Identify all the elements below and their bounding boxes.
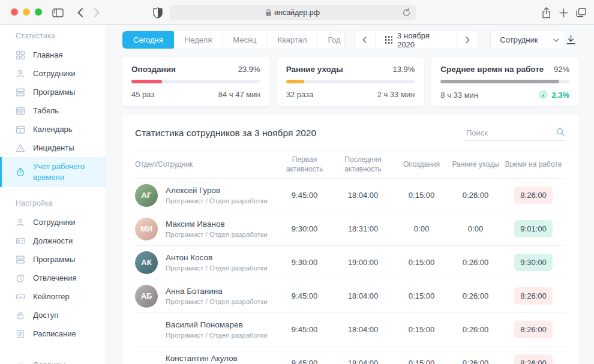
- main-content: Сегодня Неделя Месяц Квартал Год: [106, 25, 594, 364]
- minimize-window-button[interactable]: [23, 8, 30, 16]
- download-icon[interactable]: [565, 34, 577, 46]
- table-row[interactable]: АБ Анна Ботанина Програмист / Отдел разр…: [135, 279, 566, 313]
- table-icon: [16, 106, 25, 116]
- sidebar-item-sotrudniki-settings[interactable]: Сотрудники: [0, 213, 106, 231]
- sidebar-item-keylogger[interactable]: Кейлоггер: [0, 287, 106, 306]
- sidebar-item-label: Инциденты: [33, 143, 74, 152]
- employee-name: Василий Пономарев: [166, 320, 268, 329]
- late-time: 0:15:00: [393, 191, 450, 200]
- sidebar-item-label: Сотрудники: [33, 69, 75, 78]
- sidebar-item-glavnaya[interactable]: Главная: [0, 46, 106, 64]
- progress-track: [440, 80, 569, 83]
- table-row[interactable]: АГ Алексей Гуров Програмист / Отдел разр…: [135, 179, 566, 212]
- sidebar-item-label: Доступ: [33, 311, 58, 320]
- id-card-icon: [16, 236, 25, 246]
- prev-date-button[interactable]: [355, 31, 375, 49]
- close-window-button[interactable]: [11, 8, 18, 16]
- sidebar-item-kalendar[interactable]: Календарь: [0, 120, 106, 139]
- employee-filter-label[interactable]: Сотрудник: [491, 31, 547, 49]
- date-picker[interactable]: 3 ноября 2020: [375, 31, 458, 49]
- card-duration: 2 ч 33 мин: [377, 90, 415, 99]
- sidebar-item-intsidenty[interactable]: Инциденты: [0, 139, 106, 157]
- trend-value: 2.3%: [551, 91, 569, 100]
- first-activity: 9:30:00: [276, 258, 333, 267]
- sidebar-toggle-icon[interactable]: [51, 6, 64, 19]
- sidebar-item-dostup[interactable]: Доступ: [0, 306, 106, 324]
- forward-icon[interactable]: [90, 6, 103, 19]
- tab-mesyats[interactable]: Месяц: [222, 31, 266, 49]
- employees-table-card: Статистика сотрудников за 3 ноября 2020 …: [122, 114, 579, 364]
- table-row[interactable]: АК Антон Косов Програмист / Отдел разраб…: [135, 246, 566, 279]
- table-title: Статистика сотрудников за 3 ноября 2020: [135, 128, 316, 139]
- employee-name: Максим Иванов: [166, 219, 268, 228]
- table-row[interactable]: ВП Василий Пономарев Програмист / Отдел …: [135, 313, 566, 347]
- first-activity: 9:45:00: [276, 359, 333, 364]
- sidebar-item-label: Сервисы: [33, 360, 65, 364]
- employee-role: Програмист / Отдел разработки: [166, 264, 268, 272]
- stopwatch-icon: [16, 167, 25, 177]
- work-time-badge: 8:26:00: [514, 321, 553, 338]
- next-date-button[interactable]: [457, 31, 478, 49]
- chevron-down-icon[interactable]: [547, 31, 565, 49]
- early-leave-time: 0:26:00: [450, 325, 501, 334]
- zoom-window-button[interactable]: [35, 8, 42, 16]
- tab-nedelya[interactable]: Неделя: [174, 31, 222, 49]
- sidebar-item-label: Сотрудники: [33, 218, 75, 227]
- address-bar[interactable]: инсайдер.рф: [170, 5, 416, 20]
- new-tab-icon[interactable]: [557, 6, 570, 19]
- search-input[interactable]: [465, 125, 566, 141]
- share-icon[interactable]: [539, 6, 553, 19]
- stat-cards: Опоздания 23.9% 45 раз 84 ч 47 мин Ранни…: [122, 57, 579, 106]
- sidebar-item-programmy-stats[interactable]: Программы: [0, 83, 106, 101]
- last-activity: 18:04:00: [333, 325, 393, 334]
- tab-segodnya[interactable]: Сегодня: [122, 31, 175, 49]
- table-row[interactable]: КА Константин Акулов Програмист / Отдел …: [135, 347, 566, 364]
- column-header: Время на работе: [501, 160, 566, 169]
- table-header-row: Отдел/Сотрудник Первая активность Послед…: [135, 150, 566, 179]
- card-count: 8 ч 33 мин: [440, 91, 478, 100]
- sidebar-item-sotrudniki-stats[interactable]: Сотрудники: [0, 64, 106, 83]
- card-duration: 84 ч 47 мин: [218, 90, 260, 99]
- sidebar-item-dolzhnosti[interactable]: Должности: [0, 231, 106, 250]
- early-leave-time: 0:26:00: [450, 258, 501, 267]
- column-header: Опоздания: [393, 160, 450, 169]
- sidebar-section-statistics: Статистика: [0, 28, 106, 46]
- sidebar-item-servisy[interactable]: Сервисы: [0, 356, 106, 364]
- sidebar-item-otvlecheniya[interactable]: Отвлечения: [0, 269, 106, 287]
- employee-role: Програмист / Отдел разработки: [166, 332, 268, 339]
- last-activity: 18:04:00: [333, 191, 393, 200]
- progress-track: [286, 80, 415, 83]
- back-icon[interactable]: [73, 6, 86, 19]
- employee-name: Алексей Гуров: [166, 186, 268, 195]
- reload-icon[interactable]: [403, 8, 410, 19]
- sidebar-item-programmy-settings[interactable]: Программы: [0, 250, 106, 269]
- shield-icon[interactable]: [151, 6, 164, 19]
- calendar-grid-icon: [385, 36, 393, 44]
- dashboard-icon: [16, 50, 25, 60]
- trend-badge: ▲ 2.3%: [538, 90, 569, 100]
- sidebar-item-label: Программы: [33, 88, 75, 97]
- search-icon[interactable]: [556, 128, 565, 139]
- early-leave-time: 0:26:00: [450, 291, 501, 300]
- avatar: КА: [135, 352, 158, 364]
- card-percent: 92%: [554, 65, 569, 74]
- sidebar-item-label: Кейлоггер: [33, 292, 70, 301]
- late-time: 0:15:00: [393, 258, 450, 267]
- progress-fill: [131, 80, 162, 83]
- sidebar-item-raspisanie[interactable]: Расписание: [0, 324, 106, 343]
- tab-kvartal[interactable]: Квартал: [266, 31, 317, 49]
- clock-icon: [16, 273, 25, 283]
- sidebar-item-tabel[interactable]: Табель: [0, 101, 106, 120]
- user-icon: [16, 69, 25, 79]
- card-opozdaniya: Опоздания 23.9% 45 раз 84 ч 47 мин: [122, 57, 270, 106]
- late-time: 0:15:00: [393, 359, 450, 364]
- work-time-badge: 8:26:00: [514, 186, 553, 204]
- sidebar-item-uchet-rabochego-vremeni[interactable]: Учет рабочего времени: [0, 157, 106, 187]
- tab-overview-icon[interactable]: [574, 6, 587, 19]
- sidebar-item-label: Главная: [33, 50, 62, 59]
- table-row[interactable]: МИ Максим Иванов Програмист / Отдел разр…: [135, 212, 566, 246]
- last-activity: 18:04:00: [333, 291, 393, 300]
- tab-god[interactable]: Год: [317, 31, 345, 49]
- toolbar: Сегодня Неделя Месяц Квартал Год: [122, 31, 579, 49]
- employee-role: Програмист / Отдел разработки: [166, 298, 268, 305]
